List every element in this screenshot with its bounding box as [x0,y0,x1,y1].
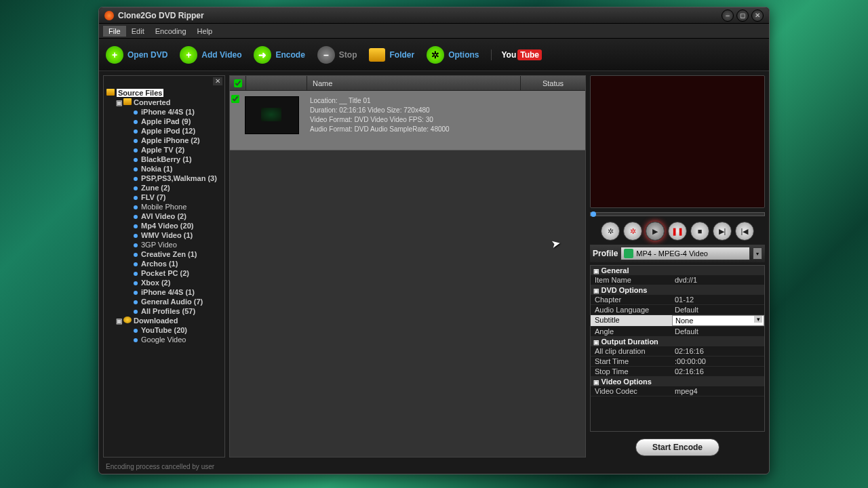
prop-all-clip[interactable]: 02:16:16 [672,346,764,356]
youtube-button[interactable]: YouTube [491,49,542,60]
plus-icon: + [106,46,123,64]
tree-item[interactable]: Xbox (2) [106,278,222,287]
app-window: Clone2Go DVD Ripper – ◻ ✕ File Edit Enco… [98,7,770,474]
folder-button[interactable]: Folder [369,48,414,62]
thumbnail [245,96,299,134]
tree-item[interactable]: AVI Video (2) [106,211,222,221]
tree-item[interactable]: All Profiles (57) [106,306,222,316]
section-video-options[interactable]: Video Options [591,377,764,386]
window-title: Clone2Go DVD Ripper [118,11,722,20]
file-row[interactable]: Location: __ Title 01 Duration: 02:16:16… [230,91,585,150]
tree-item[interactable]: Apple iPhone (2) [106,136,222,145]
tree-item[interactable]: Archos (1) [106,259,222,268]
app-icon [104,11,114,20]
section-general[interactable]: General [591,266,764,275]
folder-icon [369,48,385,62]
encode-button[interactable]: ➜Encode [254,46,304,64]
file-list-panel: Name Status Location: __ Title 01 Durati… [229,75,586,458]
mp4-icon [624,249,633,258]
snapshot-button[interactable]: ✲ [601,222,620,241]
seek-bar[interactable] [590,212,765,216]
prop-audio-lang[interactable]: Default [672,305,764,314]
pause-button[interactable]: ❚❚ [668,222,687,241]
next-button[interactable]: ▶| [713,222,732,241]
prop-item-name[interactable]: dvd://1 [672,275,764,285]
settings-button[interactable]: ✲ [623,222,642,241]
tree-item[interactable]: iPhone 4/4S (1) [106,107,222,117]
add-video-button[interactable]: +Add Video [180,46,241,64]
minimize-button[interactable]: – [722,9,734,22]
prop-chapter[interactable]: 01-12 [672,295,764,304]
start-encode-button[interactable]: Start Encode [635,439,719,456]
tree-item[interactable]: iPhone 4/4S (1) [106,287,222,297]
row-checkbox[interactable] [231,95,239,103]
titlebar: Clone2Go DVD Ripper – ◻ ✕ [99,7,769,24]
play-button[interactable]: ▶ [646,222,665,241]
profile-dropdown-button[interactable]: ▾ [753,247,762,260]
sidebar: ✕ Source Files▣ConvertediPhone 4/4S (1)A… [103,75,225,458]
tree-item[interactable]: YouTube (20) [106,325,222,335]
tree-item[interactable]: PSP,PS3,Walkman (3) [106,174,222,183]
tree-item[interactable]: 3GP Video [106,240,222,249]
source-tree[interactable]: Source Files▣ConvertediPhone 4/4S (1)App… [104,76,224,457]
menu-help[interactable]: Help [192,26,218,37]
file-info: Location: __ Title 01 Duration: 02:16:16… [307,91,585,150]
tree-item[interactable]: Google Video [106,335,222,344]
arrow-icon: ➜ [254,46,271,64]
col-header-name[interactable]: Name [307,76,521,90]
prop-angle[interactable]: Default [672,327,764,336]
tree-item[interactable]: FLV (7) [106,192,222,202]
tree-item[interactable]: Apple iPod (12) [106,126,222,136]
tree-item[interactable]: Pocket PC (2) [106,268,222,278]
tree-item[interactable]: General Audio (7) [106,297,222,306]
close-button[interactable]: ✕ [751,9,764,22]
tree-item[interactable]: Apple TV (2) [106,145,222,155]
stop-icon: – [317,46,335,64]
video-preview [590,75,765,208]
tree-item[interactable]: Nokia (1) [106,164,222,174]
properties-panel[interactable]: General Item Namedvd://1 DVD Options Cha… [590,265,765,432]
section-dvd-options[interactable]: DVD Options [591,285,764,295]
select-all-checkbox[interactable] [234,79,242,87]
plus-icon: + [180,46,197,64]
toolbar: +Open DVD +Add Video ➜Encode –Stop Folde… [99,39,769,71]
profile-select[interactable]: MP4 - MPEG-4 Video [620,247,750,260]
statusbar: Encoding process cancelled by user [99,462,769,474]
prop-start-time[interactable]: :00:00:00 [672,357,764,366]
prev-button[interactable]: |◀ [735,222,754,241]
prop-video-codec[interactable]: mpeg4 [672,386,764,396]
menu-edit[interactable]: Edit [126,26,150,37]
tree-item[interactable]: Creative Zen (1) [106,249,222,259]
tree-item[interactable]: Mp4 Video (20) [106,221,222,230]
tree-item[interactable]: Zune (2) [106,183,222,192]
stop-button[interactable]: –Stop [317,46,357,64]
tree-item[interactable]: Apple iPad (9) [106,117,222,126]
menubar: File Edit Encoding Help [99,24,769,39]
player-controls: ✲ ✲ ▶ ❚❚ ■ ▶| |◀ [590,220,765,242]
section-output-duration[interactable]: Output Duration [591,337,764,346]
tree-item[interactable]: WMV Video (1) [106,230,222,240]
open-dvd-button[interactable]: +Open DVD [106,46,167,64]
col-header-status[interactable]: Status [521,76,585,90]
maximize-button[interactable]: ◻ [736,9,749,22]
prop-stop-time[interactable]: 02:16:16 [672,367,764,376]
sidebar-close-button[interactable]: ✕ [213,77,222,85]
gear-icon: ✲ [427,46,444,64]
options-button[interactable]: ✲Options [427,46,479,64]
prop-subtitle[interactable]: None [672,315,764,326]
stop-playback-button[interactable]: ■ [690,222,709,241]
profile-label: Profile [593,249,618,258]
tree-item[interactable]: BlackBerry (1) [106,155,222,164]
menu-encoding[interactable]: Encoding [150,26,192,37]
menu-file[interactable]: File [103,26,126,37]
tree-item[interactable]: Mobile Phone [106,202,222,211]
